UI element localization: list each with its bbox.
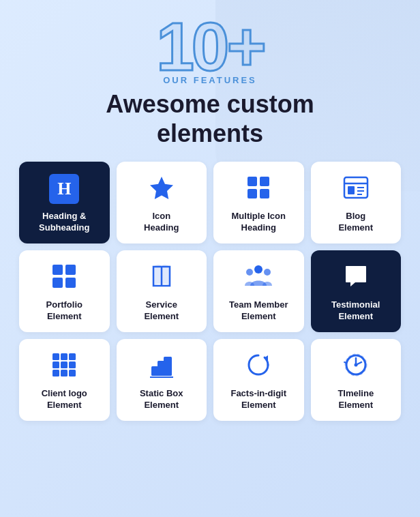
timeline-element-icon (342, 351, 370, 381)
team-member-element-label: Team MemberElement (229, 299, 288, 323)
svg-rect-25 (52, 361, 59, 368)
static-box-element-label: Static BoxElement (140, 388, 183, 411)
service-element-icon (148, 263, 175, 293)
portfolio-element-icon (50, 263, 78, 293)
blog-element-icon (342, 174, 370, 204)
portfolio-element-label: PortfolioElement (46, 299, 82, 323)
card-team-member-element[interactable]: Team MemberElement (213, 250, 304, 332)
card-icon-heading[interactable]: IconHeading (117, 162, 207, 243)
client-logo-element-label: Client logoElement (42, 388, 87, 411)
svg-rect-27 (69, 361, 76, 368)
card-heading-subheading[interactable]: HHeading &Subheading (19, 162, 110, 243)
client-logo-element-icon (50, 351, 78, 381)
svg-rect-28 (52, 370, 59, 376)
svg-rect-4 (260, 189, 269, 198)
svg-rect-23 (61, 353, 68, 360)
testimonial-element-icon (342, 263, 370, 293)
svg-rect-7 (348, 186, 355, 194)
svg-rect-26 (61, 361, 68, 368)
svg-point-18 (264, 269, 271, 276)
heading-subheading-label: Heading &Subheading (39, 211, 89, 234)
svg-rect-30 (69, 370, 76, 376)
svg-rect-1 (247, 177, 257, 186)
svg-marker-0 (150, 177, 173, 199)
card-testimonial-element[interactable]: TestimonialElement (311, 250, 402, 332)
facts-in-digit-element-icon (245, 351, 272, 381)
card-timeline-element[interactable]: TImelineElement (311, 339, 402, 421)
static-box-element-icon (148, 351, 175, 381)
features-grid: HHeading &SubheadingIconHeading Multiple… (16, 162, 404, 421)
svg-rect-24 (69, 353, 76, 360)
hero-title: Awesome customelements (106, 89, 314, 148)
svg-rect-13 (52, 278, 63, 288)
blog-element-label: BlogElement (338, 211, 373, 234)
service-element-label: ServiceElement (144, 299, 179, 323)
svg-rect-3 (247, 189, 257, 198)
multiple-icon-heading-icon (245, 174, 272, 204)
card-client-logo-element[interactable]: Client logoElement (19, 339, 110, 421)
svg-point-39 (354, 364, 357, 367)
icon-heading-label: IconHeading (144, 211, 179, 234)
card-portfolio-element[interactable]: PortfolioElement (19, 250, 110, 332)
svg-point-17 (246, 269, 253, 276)
card-blog-element[interactable]: BlogElement (311, 162, 402, 243)
svg-point-21 (358, 273, 361, 276)
svg-rect-33 (164, 357, 172, 376)
facts-in-digit-element-label: Facts-in-digitElement (230, 388, 286, 411)
svg-point-19 (350, 273, 353, 276)
card-multiple-icon-heading[interactable]: Multiple IconHeading (213, 162, 304, 243)
hero-number: 10+ (156, 12, 264, 80)
svg-rect-29 (61, 370, 68, 376)
timeline-element-label: TImelineElement (338, 388, 374, 411)
testimonial-element-label: TestimonialElement (331, 299, 380, 323)
team-member-element-icon (244, 263, 273, 293)
svg-point-16 (254, 265, 262, 274)
multiple-icon-heading-label: Multiple IconHeading (232, 211, 286, 234)
svg-point-20 (354, 273, 357, 276)
icon-heading-icon (148, 174, 175, 204)
svg-rect-12 (65, 265, 76, 275)
svg-rect-14 (65, 278, 76, 288)
heading-subheading-icon: H (49, 174, 79, 204)
card-service-element[interactable]: ServiceElement (117, 250, 207, 332)
svg-rect-2 (260, 177, 269, 186)
card-static-box-element[interactable]: Static BoxElement (117, 339, 207, 421)
card-facts-in-digit-element[interactable]: Facts-in-digitElement (213, 339, 304, 421)
svg-rect-11 (52, 265, 63, 275)
svg-rect-22 (52, 353, 59, 360)
